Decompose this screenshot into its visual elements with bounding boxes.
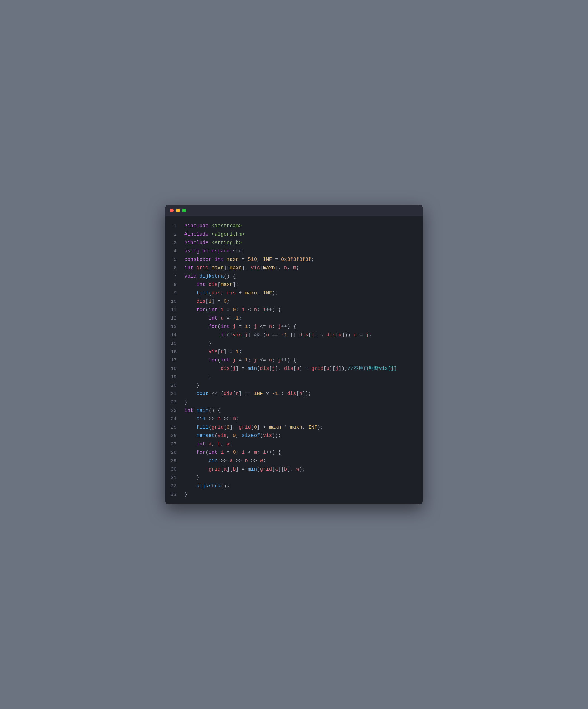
- code-line: 31 }: [165, 474, 423, 482]
- code-line: 3 #include <string.h>: [165, 239, 423, 247]
- code-line: 33 }: [165, 490, 423, 499]
- code-line: 6 int grid[maxn][maxn], vis[maxn], n, m;: [165, 264, 423, 272]
- code-line: 20 }: [165, 381, 423, 390]
- code-line: 18 dis[j] = min(dis[j], dis[u] + grid[u]…: [165, 365, 423, 373]
- code-line: 11 for(int i = 0; i < n; i++) {: [165, 306, 423, 314]
- code-line: 25 fill(grid[0], grid[0] + maxn * maxn, …: [165, 423, 423, 432]
- code-line: 24 cin >> n >> m;: [165, 415, 423, 423]
- minimize-button[interactable]: [176, 209, 180, 212]
- code-line: 1 #include <iostream>: [165, 222, 423, 230]
- code-line: 17 for(int j = 1; j <= n; j++) {: [165, 356, 423, 365]
- code-line: 14 if(!vis[j] && (u == -1 || dis[j] < di…: [165, 331, 423, 339]
- editor-window: 1 #include <iostream> 2 #include <algori…: [165, 205, 423, 504]
- code-line: 26 memset(vis, 0, sizeof(vis));: [165, 432, 423, 440]
- code-line: 7 void dijkstra() {: [165, 272, 423, 281]
- code-line: 15 }: [165, 339, 423, 348]
- code-line: 29 cin >> a >> b >> w;: [165, 457, 423, 465]
- code-line: 23 int main() {: [165, 406, 423, 415]
- code-line: 19 }: [165, 373, 423, 381]
- close-button[interactable]: [170, 209, 174, 212]
- code-line: 4 using namespace std;: [165, 247, 423, 256]
- code-line: 12 int u = -1;: [165, 314, 423, 323]
- code-line: 2 #include <algorithm>: [165, 230, 423, 239]
- code-line: 16 vis[u] = 1;: [165, 348, 423, 356]
- maximize-button[interactable]: [182, 209, 186, 212]
- code-line: 13 for(int j = 1; j <= n; j++) {: [165, 323, 423, 331]
- title-bar: [165, 205, 423, 216]
- code-line: 10 dis[1] = 0;: [165, 297, 423, 306]
- code-line: 32 dijkstra();: [165, 482, 423, 490]
- code-line: 22 }: [165, 398, 423, 406]
- code-line: 8 int dis[maxn];: [165, 281, 423, 289]
- code-line: 21 cout << (dis[n] == INF ? -1 : dis[n])…: [165, 390, 423, 398]
- code-line: 30 grid[a][b] = min(grid[a][b], w);: [165, 465, 423, 474]
- code-editor[interactable]: 1 #include <iostream> 2 #include <algori…: [165, 216, 423, 504]
- code-line: 9 fill(dis, dis + maxn, INF);: [165, 289, 423, 297]
- code-line: 5 constexpr int maxn = 510, INF = 0x3f3f…: [165, 256, 423, 264]
- code-line: 27 int a, b, w;: [165, 440, 423, 448]
- code-line: 28 for(int i = 0; i < m; i++) {: [165, 448, 423, 457]
